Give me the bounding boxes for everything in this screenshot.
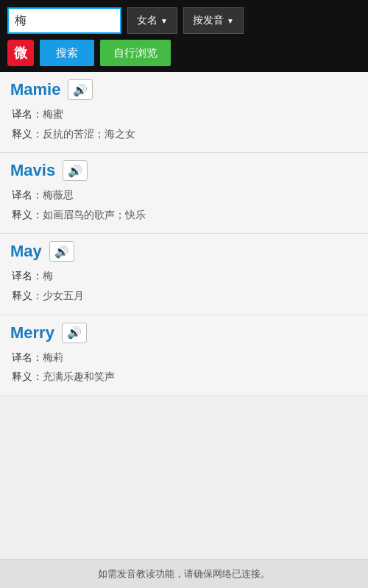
name-title: May: [10, 242, 42, 261]
name-detail: 译名：梅蜜 释义：反抗的苦涩；海之女: [10, 104, 358, 143]
list-item: Mamie 🔊 译名：梅蜜 释义：反抗的苦涩；海之女: [0, 72, 368, 153]
gender-label: 女名: [137, 14, 158, 27]
name-title: Mavis: [10, 161, 55, 180]
list-item: Mavis 🔊 译名：梅薇思 释义：如画眉鸟的歌声；快乐: [0, 153, 368, 234]
list-item: Merry 🔊 译名：梅莉 释义：充满乐趣和笑声: [0, 315, 368, 396]
header: 女名 ▼ 按发音 ▼ 微 搜索 自行浏览: [0, 0, 368, 72]
footer: 如需发音教读功能，请确保网络已连接。: [0, 559, 368, 588]
meaning-label: 释义：: [12, 290, 43, 301]
name-title: Merry: [10, 323, 54, 343]
filter-arrow-icon: ▼: [227, 17, 234, 25]
name-header: May 🔊: [10, 241, 358, 262]
filter-dropdown[interactable]: 按发音 ▼: [183, 7, 244, 34]
sound-button[interactable]: 🔊: [49, 241, 74, 262]
translation-value: 梅: [43, 270, 53, 282]
gender-dropdown[interactable]: 女名 ▼: [127, 7, 177, 34]
name-title: Mamie: [10, 80, 60, 99]
translation-value: 梅莉: [43, 351, 63, 363]
header-row2: 微 搜索 自行浏览: [7, 40, 361, 66]
footer-text: 如需发音教读功能，请确保网络已连接。: [98, 568, 270, 579]
translation-label: 译名：: [12, 351, 43, 363]
list-item: May 🔊 译名：梅 释义：少女五月: [0, 234, 368, 315]
meaning-value: 少女五月: [43, 290, 84, 301]
search-button[interactable]: 搜索: [40, 40, 94, 66]
name-detail: 译名：梅 释义：少女五月: [10, 266, 358, 305]
name-header: Merry 🔊: [10, 323, 358, 343]
header-row1: 女名 ▼ 按发音 ▼: [7, 7, 361, 34]
translation-label: 译名：: [12, 270, 43, 282]
browse-button[interactable]: 自行浏览: [100, 40, 171, 66]
meaning-value: 充满乐趣和笑声: [43, 370, 115, 382]
translation-value: 梅蜜: [43, 108, 63, 120]
translation-label: 译名：: [12, 189, 43, 201]
weibo-icon[interactable]: 微: [7, 40, 34, 66]
meaning-value: 如画眉鸟的歌声；快乐: [43, 209, 146, 220]
name-header: Mavis 🔊: [10, 160, 358, 181]
name-detail: 译名：梅莉 释义：充满乐趣和笑声: [10, 348, 358, 387]
meaning-value: 反抗的苦涩；海之女: [43, 128, 135, 140]
name-detail: 译名：梅薇思 释义：如画眉鸟的歌声；快乐: [10, 185, 358, 224]
meaning-label: 释义：: [12, 209, 43, 220]
meaning-label: 释义：: [12, 128, 43, 140]
translation-label: 译名：: [12, 108, 43, 120]
name-list: Mamie 🔊 译名：梅蜜 释义：反抗的苦涩；海之女 Mavis 🔊 译名：梅薇…: [0, 72, 368, 396]
meaning-label: 释义：: [12, 370, 43, 382]
name-header: Mamie 🔊: [10, 79, 358, 100]
translation-value: 梅薇思: [43, 189, 74, 201]
search-input[interactable]: [7, 7, 121, 34]
sound-button[interactable]: 🔊: [68, 79, 93, 100]
sound-button[interactable]: 🔊: [62, 323, 87, 343]
gender-arrow-icon: ▼: [160, 17, 168, 25]
sound-button[interactable]: 🔊: [63, 160, 88, 181]
filter-label: 按发音: [193, 14, 224, 27]
